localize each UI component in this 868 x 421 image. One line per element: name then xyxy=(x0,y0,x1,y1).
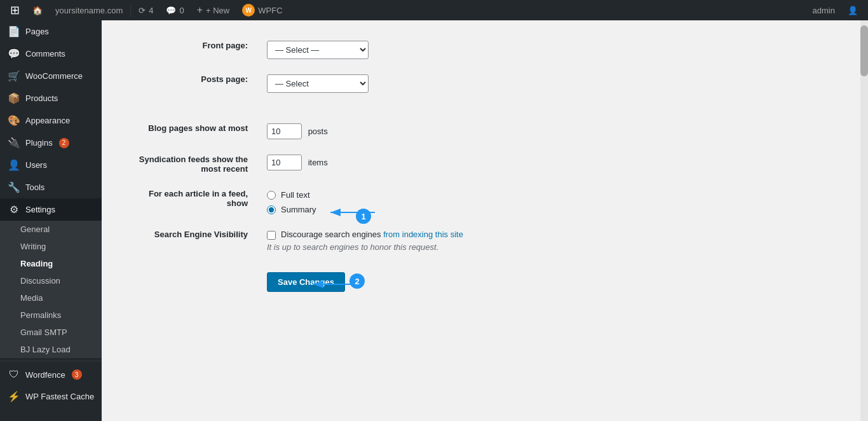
front-page-select[interactable]: — Select — xyxy=(267,41,369,59)
front-page-row: Front page: — Select — xyxy=(121,33,849,67)
admin-bar: ⊞ 🏠 yoursitename.com ⟳ 4 💬 0 + + New W W… xyxy=(0,0,868,20)
search-visibility-checkbox[interactable] xyxy=(267,231,276,240)
search-visibility-row: Search Engine Visibility Discourage sear… xyxy=(121,222,849,259)
spacer-row xyxy=(121,100,849,116)
separator xyxy=(130,4,131,17)
sidebar-item-wordfence[interactable]: 🛡 Wordfence 3 xyxy=(0,364,102,385)
summary-label: Summary xyxy=(281,205,316,214)
sidebar-item-wp-fastest-cache[interactable]: ⚡ WP Fastest Cache xyxy=(0,385,102,408)
annotation-bubble-2: 2 xyxy=(349,273,365,289)
full-text-option[interactable]: Full text xyxy=(267,190,843,200)
blog-pages-input[interactable] xyxy=(267,123,302,139)
new-item[interactable]: + + New xyxy=(192,0,235,20)
updates-item[interactable]: ⟳ 4 xyxy=(133,0,158,20)
sidebar-item-plugins[interactable]: 🔌 Plugins 2 xyxy=(0,132,102,154)
scrollbar-thumb[interactable] xyxy=(860,25,868,76)
site-url-1[interactable]: yoursitename.com xyxy=(50,0,128,20)
sidebar-item-pages[interactable]: 📄 Pages xyxy=(0,20,102,43)
main-layout: 📄 Pages 💬 Comments 🛒 WooCommerce 📦 Produ… xyxy=(0,20,868,421)
submenu-bj-lazy-load[interactable]: BJ Lazy Load xyxy=(0,341,102,358)
submenu-gmail-smtp[interactable]: Gmail SMTP xyxy=(0,324,102,341)
plugins-icon: 🔌 xyxy=(8,137,20,149)
comments-item[interactable]: 💬 0 xyxy=(161,0,189,20)
feed-article-label: For each article in a feed, show xyxy=(149,189,248,208)
tools-icon: 🔧 xyxy=(8,181,20,193)
summary-option[interactable]: Summary xyxy=(267,205,843,214)
syndication-unit: items xyxy=(308,158,328,167)
submenu-permalinks[interactable]: Permalinks xyxy=(0,307,102,324)
sidebar-item-woocommerce[interactable]: 🛒 WooCommerce xyxy=(0,65,102,87)
settings-submenu: General Writing Reading Discussion Media… xyxy=(0,221,102,358)
feed-radio-group: Full text Summary xyxy=(267,190,843,214)
products-icon: 📦 xyxy=(8,92,20,104)
scrollbar-track[interactable] xyxy=(860,20,868,421)
woo-icon: 🛒 xyxy=(8,70,20,82)
save-changes-button[interactable]: Save Changes xyxy=(267,272,345,292)
save-row: Save Changes 2 xyxy=(121,272,849,292)
posts-page-label: Posts page: xyxy=(201,74,248,84)
wpfc-item[interactable]: W WPFC xyxy=(237,0,287,20)
sidebar-divider xyxy=(0,361,102,361)
submenu-discussion[interactable]: Discussion xyxy=(0,272,102,289)
reading-settings-section: Front page: — Select — Posts page: xyxy=(121,33,849,292)
pages-icon: 📄 xyxy=(8,25,20,38)
admin-bar-right: admin 👤 xyxy=(808,0,863,20)
sidebar-item-settings[interactable]: ⚙ Settings xyxy=(0,198,102,221)
comments-icon: 💬 xyxy=(8,48,20,60)
sidebar-item-users[interactable]: 👤 Users xyxy=(0,154,102,176)
submenu-general[interactable]: General xyxy=(0,221,102,238)
blog-pages-label: Blog pages show at most xyxy=(148,123,248,133)
home-icon[interactable]: 🏠 xyxy=(27,0,48,20)
submenu-media[interactable]: Media xyxy=(0,289,102,307)
wordfence-badge: 3 xyxy=(72,369,82,380)
search-visibility-text: Discourage search engines from indexing … xyxy=(281,230,463,239)
front-page-label: Front page: xyxy=(203,41,248,50)
submenu-writing[interactable]: Writing xyxy=(0,238,102,255)
blog-pages-unit: posts xyxy=(308,127,328,136)
full-text-label: Full text xyxy=(281,190,310,200)
blog-pages-row: Blog pages show at most posts xyxy=(121,116,849,147)
posts-page-select[interactable]: — Select xyxy=(267,74,369,93)
appearance-icon: 🎨 xyxy=(8,114,20,127)
sidebar-item-products[interactable]: 📦 Products xyxy=(0,87,102,109)
feed-article-row: For each article in a feed, show Full te… xyxy=(121,181,849,222)
wordfence-icon: 🛡 xyxy=(8,369,20,380)
user-info[interactable]: admin xyxy=(808,0,840,20)
syndication-input[interactable] xyxy=(267,155,302,170)
wp-fastest-cache-icon: ⚡ xyxy=(8,390,20,403)
syndication-row: Syndication feeds show the most recent i… xyxy=(121,147,849,181)
search-visibility-label: Search Engine Visibility xyxy=(154,230,248,239)
posts-page-row: Posts page: — Select xyxy=(121,67,849,100)
wp-logo[interactable]: ⊞ xyxy=(5,0,25,20)
sidebar-item-appearance[interactable]: 🎨 Appearance xyxy=(0,109,102,132)
search-visibility-checkbox-label[interactable]: Discourage search engines from indexing … xyxy=(267,230,843,240)
submenu-reading[interactable]: Reading xyxy=(0,255,102,272)
sidebar-item-comments[interactable]: 💬 Comments xyxy=(0,43,102,65)
settings-icon: ⚙ xyxy=(8,204,20,216)
full-text-radio[interactable] xyxy=(267,191,276,200)
settings-form-table: Front page: — Select — Posts page: xyxy=(121,33,849,259)
summary-radio[interactable] xyxy=(267,205,276,214)
user-avatar[interactable]: 👤 xyxy=(843,0,863,20)
main-content: Front page: — Select — Posts page: xyxy=(102,20,868,421)
users-icon: 👤 xyxy=(8,159,20,171)
plugins-badge: 2 xyxy=(59,138,69,148)
sidebar: 📄 Pages 💬 Comments 🛒 WooCommerce 📦 Produ… xyxy=(0,20,102,421)
search-visibility-note: It is up to search engines to honor this… xyxy=(267,242,843,252)
syndication-label: Syndication feeds show the most recent xyxy=(139,155,248,174)
sidebar-item-tools[interactable]: 🔧 Tools xyxy=(0,176,102,198)
search-visibility-link[interactable]: from indexing this site xyxy=(383,230,463,239)
